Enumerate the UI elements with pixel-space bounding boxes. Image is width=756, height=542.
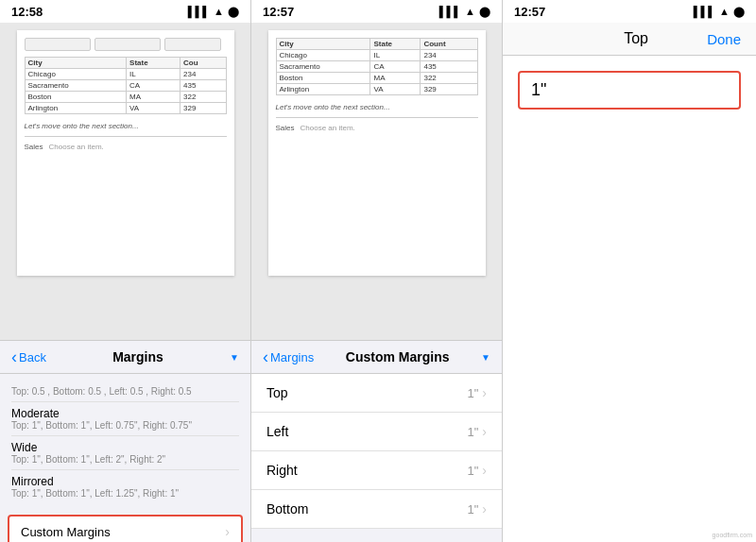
toolbar-row-1 bbox=[25, 38, 227, 51]
custom-margins-arrow-icon bbox=[225, 524, 230, 539]
margin-moderate-desc: Top: 1", Bottom: 1", Left: 0.75", Right:… bbox=[11, 420, 239, 431]
table-cell: 234 bbox=[421, 50, 477, 61]
table-row: BostonMA322 bbox=[25, 92, 226, 103]
margin-item-mirrored[interactable]: Mirrored Top: 1", Bottom: 1", Left: 1.25… bbox=[11, 470, 239, 503]
doc-dropdown-row-1: Sales Choose an item. bbox=[25, 143, 227, 151]
chevron-left-icon-1 bbox=[11, 348, 17, 365]
table-cell: 329 bbox=[421, 84, 477, 95]
table-row: ChicagoIL234 bbox=[25, 69, 226, 80]
margin-item-moderate[interactable]: Moderate Top: 1", Bottom: 1", Left: 0.75… bbox=[11, 402, 239, 436]
cm-item-value: 1" bbox=[467, 464, 478, 478]
table-cell: Arlington bbox=[25, 103, 127, 114]
cm-item-arrow-icon bbox=[482, 424, 487, 439]
nav-title-2: Custom Margins bbox=[346, 349, 450, 364]
panel-margins: 12:58 ▌▌▌ ▲ ⬤ City State Cou bbox=[0, 0, 251, 542]
top-margin-input[interactable]: 1" bbox=[518, 71, 741, 110]
bottom-panel-1: Back Margins Top: 0.5 , Bottom: 0.5 , Le… bbox=[0, 340, 250, 542]
custom-margins-button[interactable]: Custom Margins bbox=[8, 515, 243, 542]
battery-icon-2: ⬤ bbox=[479, 6, 490, 18]
chevron-left-icon-2 bbox=[263, 348, 268, 365]
cm-item-arrow-icon bbox=[482, 501, 487, 517]
table-cell: Sacramento bbox=[276, 61, 370, 73]
col-city-1: City bbox=[25, 58, 127, 69]
doc-text-2: Let's move onto the next section... bbox=[276, 103, 478, 111]
cm-list-item[interactable]: Top 1" bbox=[251, 374, 502, 413]
cm-list-item[interactable]: Left 1" bbox=[251, 413, 502, 451]
cm-item-arrow-icon bbox=[482, 385, 487, 400]
signal-icon: ▌▌▌ bbox=[188, 6, 210, 17]
battery-icon: ⬤ bbox=[228, 6, 239, 18]
col-state-1: State bbox=[127, 58, 180, 69]
nav-bar-2: Margins Custom Margins bbox=[251, 341, 502, 374]
margin-item-wide[interactable]: Wide Top: 1", Bottom: 1", Left: 2", Righ… bbox=[11, 436, 239, 470]
time-3: 12:57 bbox=[514, 5, 545, 19]
done-button[interactable]: Done bbox=[707, 31, 741, 47]
table-cell: MA bbox=[127, 92, 180, 103]
time-2: 12:57 bbox=[263, 5, 294, 19]
table-row: SacramentoCA435 bbox=[276, 61, 477, 73]
status-icons-1: ▌▌▌ ▲ ⬤ bbox=[188, 6, 239, 18]
table-cell: MA bbox=[370, 73, 421, 84]
back-button-1[interactable]: Back bbox=[11, 348, 46, 365]
back-button-2[interactable]: Margins bbox=[263, 348, 314, 365]
cm-item-value: 1" bbox=[467, 425, 478, 439]
toolbar-box-2 bbox=[94, 38, 161, 51]
doc-divider-1 bbox=[25, 136, 227, 137]
dropdown-icon-2[interactable] bbox=[481, 350, 490, 364]
table-row: BostonMA322 bbox=[276, 73, 477, 84]
cm-list-item[interactable]: Bottom 1" bbox=[251, 490, 502, 529]
margin-mirrored-title: Mirrored bbox=[11, 475, 239, 488]
cm-list-item[interactable]: Right 1" bbox=[251, 451, 502, 490]
margin-item-normal[interactable]: Top: 0.5 , Bottom: 0.5 , Left: 0.5 , Rig… bbox=[11, 381, 239, 402]
cm-item-arrow-icon bbox=[482, 463, 487, 478]
table-cell: 322 bbox=[180, 92, 226, 103]
margin-moderate-title: Moderate bbox=[11, 407, 239, 420]
panel-custom-margins: 12:57 ▌▌▌ ▲ ⬤ City State Count ChicagoIL… bbox=[251, 0, 503, 542]
table-row: ArlingtonVA329 bbox=[276, 84, 477, 95]
cm-item-value: 1" bbox=[467, 502, 478, 517]
table-row: ArlingtonVA329 bbox=[25, 103, 226, 114]
back-label-2: Margins bbox=[270, 350, 314, 364]
doc-text-1: Let's move onto the next section... bbox=[25, 122, 227, 130]
bottom-panel-2: Margins Custom Margins Top 1" Left 1" Ri… bbox=[251, 340, 502, 542]
watermark: goodfirm.com bbox=[713, 532, 752, 538]
dropdown-label-2: Sales bbox=[276, 124, 295, 132]
cm-item-label: Right bbox=[266, 463, 298, 478]
doc-area-1: City State Cou ChicagoIL234SacramentoCA4… bbox=[0, 23, 250, 340]
dropdown-placeholder-1: Choose an item. bbox=[49, 143, 104, 151]
custom-margins-label: Custom Margins bbox=[21, 525, 111, 539]
doc-sheet-1: City State Cou ChicagoIL234SacramentoCA4… bbox=[17, 30, 234, 276]
table-cell: CA bbox=[127, 80, 180, 92]
table-cell: Boston bbox=[25, 92, 127, 103]
col-state-2: State bbox=[370, 39, 421, 50]
col-count-2: Count bbox=[421, 39, 477, 50]
signal-icon-3: ▌▌▌ bbox=[694, 6, 715, 17]
cm-item-right: 1" bbox=[467, 501, 487, 517]
margin-wide-title: Wide bbox=[11, 441, 239, 454]
cm-item-right: 1" bbox=[467, 385, 487, 400]
back-label-1: Back bbox=[19, 350, 46, 364]
table-cell: CA bbox=[370, 61, 421, 73]
table-cell: VA bbox=[370, 84, 421, 95]
custom-margins-list: Top 1" Left 1" Right 1" Bottom 1" bbox=[251, 374, 502, 529]
margin-mirrored-desc: Top: 1", Bottom: 1", Left: 1.25", Right:… bbox=[11, 488, 239, 499]
wifi-icon-2: ▲ bbox=[465, 6, 475, 17]
doc-divider-2 bbox=[276, 117, 478, 118]
p3-title: Top bbox=[624, 30, 648, 47]
nav-title-1: Margins bbox=[112, 349, 163, 364]
table-row: SacramentoCA435 bbox=[25, 80, 226, 92]
table-cell: 329 bbox=[180, 103, 226, 114]
dropdown-placeholder-2: Choose an item. bbox=[301, 124, 355, 132]
data-table-1: City State Cou ChicagoIL234SacramentoCA4… bbox=[25, 57, 227, 114]
status-bar-2: 12:57 ▌▌▌ ▲ ⬤ bbox=[251, 0, 502, 23]
dropdown-label-1: Sales bbox=[25, 143, 43, 151]
cm-item-value: 1" bbox=[467, 386, 478, 400]
table-cell: Arlington bbox=[276, 84, 370, 95]
table-cell: Sacramento bbox=[25, 80, 127, 92]
status-icons-3: ▌▌▌ ▲ ⬤ bbox=[694, 6, 745, 18]
table-cell: 435 bbox=[180, 80, 226, 92]
col-count-1: Cou bbox=[180, 58, 226, 69]
dropdown-icon-1[interactable] bbox=[230, 350, 239, 364]
cm-item-label: Left bbox=[266, 424, 288, 439]
table-row: ChicagoIL234 bbox=[276, 50, 477, 61]
